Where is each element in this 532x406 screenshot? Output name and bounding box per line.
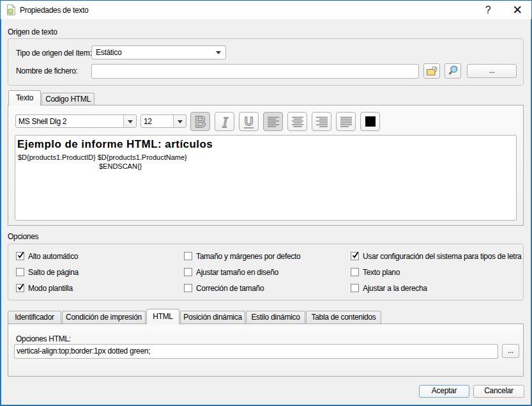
svg-text:I: I	[222, 114, 228, 130]
svg-text:U: U	[245, 114, 253, 128]
svg-text:B: B	[195, 113, 206, 130]
